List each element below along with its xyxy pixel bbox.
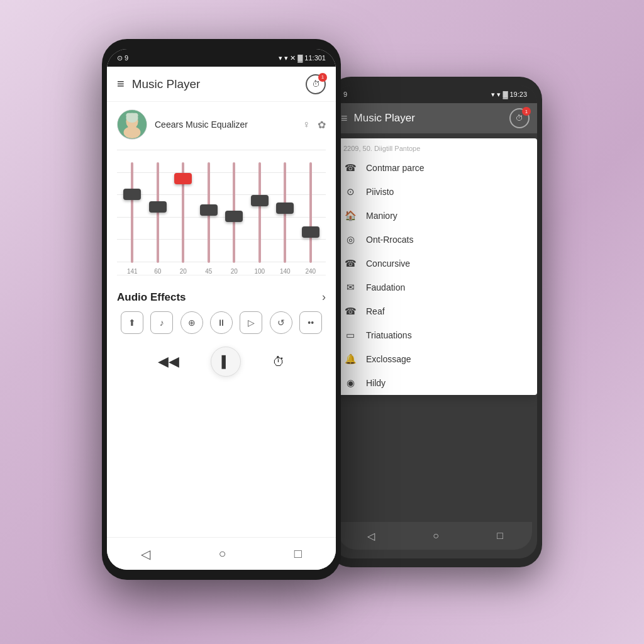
music-note-icon: ♪ — [160, 318, 164, 328]
front-status-left: ⊙ 9 — [117, 54, 128, 62]
slider-thumb-5[interactable] — [225, 211, 243, 222]
play-pause-icon: ▌ — [222, 355, 230, 369]
ctrl-btn-pause[interactable]: ⏸ — [210, 311, 233, 334]
menu-label-2: Maniory — [366, 211, 397, 221]
rewind-button[interactable]: ◀◀ — [158, 353, 179, 370]
artist-avatar — [117, 109, 147, 140]
slider-thumb-7[interactable] — [276, 203, 294, 214]
menu-icon-6: ☎ — [343, 306, 357, 317]
export-icon: ⬆ — [128, 318, 136, 328]
equalizer-section: Ceears Music Equalizer ♀ ✿ — [107, 102, 336, 283]
front-timer-button[interactable]: ⏱ 1 — [306, 74, 326, 94]
menu-item-1[interactable]: ⊙ Piivisto — [333, 180, 537, 204]
slider-thumb-4[interactable] — [200, 204, 218, 216]
repeat-icon: ↺ — [277, 318, 285, 328]
slider-label-4: 45 — [205, 268, 212, 275]
menu-item-4[interactable]: ☎ Concursive — [333, 252, 537, 275]
front-timer-icon-inner: ⏱ — [312, 79, 320, 89]
slider-label-6: 100 — [254, 268, 265, 275]
audio-effects-title: Audio Effects — [117, 291, 186, 304]
ctrl-btn-forward[interactable]: ▷ — [240, 311, 262, 334]
back-nav-back-icon[interactable]: ◁ — [367, 530, 375, 542]
slider-thumb-1[interactable] — [123, 189, 141, 200]
controls-row: ⬆ ♪ ⊕ ⏸ ▷ ↺ — [117, 311, 326, 334]
settings-icon[interactable]: ✿ — [318, 119, 326, 131]
front-battery-icon: ▓ — [297, 54, 303, 62]
slider-label-3: 20 — [180, 268, 187, 275]
menu-item-8[interactable]: 🔔 Exclossage — [333, 347, 537, 371]
back-bottom-nav: ◁ ○ □ — [338, 522, 532, 550]
slider-thumb-2[interactable] — [149, 201, 167, 213]
menu-icon-9: ◉ — [343, 377, 357, 389]
back-hamburger-icon[interactable]: ≡ — [341, 112, 348, 125]
back-app-header: ≡ Music Player ⏱ 1 — [333, 103, 537, 133]
mic-icon[interactable]: ♀ — [303, 119, 310, 130]
back-status-bar: 9 ▾ ▾ ▓ 19:23 — [333, 86, 537, 103]
eq-slider-7: 140 — [272, 162, 298, 275]
more-icon: •• — [308, 318, 314, 328]
back-battery-icon: ▓ — [502, 91, 508, 98]
ctrl-btn-repeat[interactable]: ↺ — [270, 311, 292, 334]
menu-icon-2: 🏠 — [343, 210, 357, 221]
menu-label-7: Triatuations — [366, 330, 412, 340]
menu-icon-5: ✉ — [343, 282, 357, 293]
slider-label-2: 60 — [154, 268, 161, 275]
menu-item-0[interactable]: ☎ Contmar parce — [333, 156, 537, 180]
svg-point-2 — [124, 126, 141, 138]
front-status-bar: ⊙ 9 ▾ ▾ ✕ ▓ 11:301 — [107, 49, 336, 67]
slider-track-6 — [258, 162, 261, 263]
nav-home-button[interactable]: ○ — [218, 547, 226, 561]
hamburger-icon[interactable]: ≡ — [117, 77, 125, 91]
nav-recent-button[interactable]: □ — [294, 547, 302, 561]
back-nav-recent-icon[interactable]: □ — [497, 530, 503, 541]
phones-wrapper: 9 ▾ ▾ ▓ 19:23 ≡ Music Player ⏱ 1 — [102, 39, 542, 605]
back-timer-button[interactable]: ⏱ 1 — [509, 108, 530, 128]
slider-track-2 — [157, 162, 159, 263]
menu-item-2[interactable]: 🏠 Maniory — [333, 204, 537, 228]
ctrl-btn-more[interactable]: •• — [299, 311, 322, 334]
front-app-header: ≡ Music Player ⏱ 1 — [107, 67, 336, 102]
back-phone-screen: 9 ▾ ▾ ▓ 19:23 ≡ Music Player ⏱ 1 — [333, 86, 537, 558]
back-nav-home-icon[interactable]: ○ — [433, 530, 439, 541]
front-timer-badge: 1 — [318, 73, 327, 82]
menu-item-3[interactable]: ◎ Ont-Rrocats — [333, 228, 537, 252]
menu-icon-0: ☎ — [343, 162, 357, 174]
menu-item-6[interactable]: ☎ Reaf — [333, 299, 537, 323]
menu-item-7[interactable]: ▭ Triatuations — [333, 323, 537, 347]
menu-label-5: Faudation — [366, 282, 405, 292]
front-status-icon: ⊙ 9 — [117, 54, 128, 62]
back-timer-icon: ⏱ — [516, 114, 523, 123]
audio-effects-header: Audio Effects › — [117, 291, 326, 304]
eq-slider-6: 100 — [247, 162, 273, 275]
eq-slider-8: 240 — [298, 162, 324, 275]
menu-label-4: Concursive — [366, 258, 410, 269]
phone-front: ⊙ 9 ▾ ▾ ✕ ▓ 11:301 ≡ Music Player ⏱ 1 — [102, 39, 341, 580]
equalizer-header: Ceears Music Equalizer ♀ ✿ — [117, 109, 326, 140]
nav-back-button[interactable]: ◁ — [141, 547, 150, 562]
back-status-left: 9 — [343, 91, 347, 98]
slider-track-4 — [208, 162, 210, 263]
slider-thumb-3[interactable] — [174, 173, 192, 184]
ctrl-btn-music-note[interactable]: ♪ — [150, 311, 173, 334]
eq-slider-2: 60 — [145, 162, 171, 275]
slider-track-5 — [233, 162, 235, 263]
menu-item-9[interactable]: ◉ Hildy — [333, 371, 537, 395]
slider-thumb-8[interactable] — [302, 226, 319, 238]
slider-label-5: 20 — [231, 268, 238, 275]
menu-icon-8: 🔔 — [343, 353, 357, 365]
menu-item-5[interactable]: ✉ Faudation — [333, 275, 537, 299]
eq-slider-1: 141 — [119, 162, 145, 275]
eq-slider-3: 20 — [170, 162, 196, 275]
timer-button-playback[interactable]: ⏱ — [272, 355, 285, 369]
menu-label-9: Hildy — [366, 378, 386, 388]
ctrl-btn-eq[interactable]: ⊕ — [180, 311, 203, 334]
slider-thumb-6[interactable] — [251, 195, 269, 206]
svg-rect-4 — [126, 113, 138, 118]
front-time: 11:301 — [304, 54, 326, 62]
ctrl-btn-export[interactable]: ⬆ — [121, 311, 143, 334]
play-pause-button[interactable]: ▌ — [211, 347, 241, 377]
back-signal-icon: ▾ — [497, 91, 501, 99]
back-header-title: Music Player — [354, 112, 503, 125]
forward-icon: ▷ — [248, 318, 255, 328]
audio-effects-chevron[interactable]: › — [322, 291, 326, 304]
